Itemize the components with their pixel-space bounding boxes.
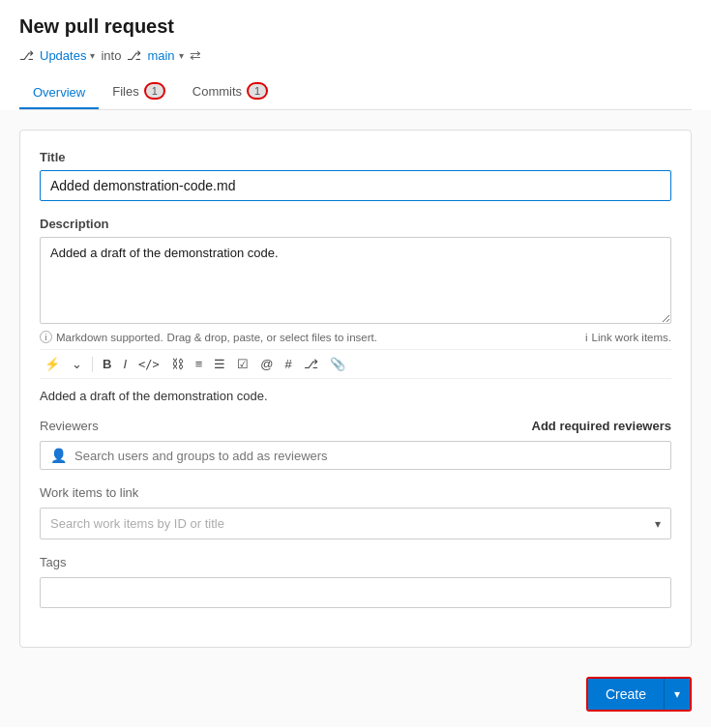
- description-preview: Added a draft of the demonstration code.: [40, 389, 671, 403]
- into-label: into: [101, 48, 121, 63]
- form-section: Title Description Added a draft of the d…: [19, 130, 692, 648]
- create-button-group: Create ▾: [586, 677, 692, 712]
- toolbar-pr-btn[interactable]: ⎇: [299, 354, 323, 374]
- toolbar-hash-btn[interactable]: #: [281, 354, 297, 374]
- description-label: Description: [40, 217, 671, 231]
- drag-drop-text: Drag & drop, paste, or select files to i…: [167, 332, 377, 343]
- source-branch-name: Updates: [40, 48, 86, 63]
- target-branch-name: main: [147, 48, 174, 63]
- source-branch-chevron: ▾: [90, 50, 95, 61]
- link-work-text: Link work items.: [592, 332, 671, 343]
- toolbar-link-btn[interactable]: ⛓: [166, 354, 189, 374]
- tabs-bar: Overview Files 1 Commits 1: [19, 74, 692, 110]
- work-items-label: Work items to link: [40, 485, 671, 500]
- tab-commits-label: Commits: [193, 84, 242, 99]
- reviewers-section: Reviewers Add required reviewers 👤: [40, 419, 671, 470]
- main-content: Title Description Added a draft of the d…: [0, 110, 711, 667]
- editor-toolbar: ⚡ ⌄ B I </> ⛓ ≡ ☰ ☑ @ # ⎇ 📎: [40, 349, 671, 379]
- toolbar-lightning-btn[interactable]: ⚡: [40, 354, 65, 374]
- toolbar-bold-btn[interactable]: B: [98, 354, 116, 374]
- toolbar-task-list-btn[interactable]: ☑: [232, 354, 253, 374]
- git-branch-icon: ⎇: [19, 48, 34, 63]
- markdown-supported-text: Markdown supported.: [56, 332, 163, 343]
- toolbar-mention-btn[interactable]: @: [255, 354, 278, 374]
- work-items-section: Work items to link Search work items by …: [40, 485, 671, 539]
- toolbar-attach-btn[interactable]: 📎: [325, 354, 350, 374]
- work-items-dropdown[interactable]: Search work items by ID or title ▾: [40, 508, 671, 539]
- target-branch-selector[interactable]: main ▾: [147, 48, 183, 63]
- page-title: New pull request: [19, 15, 692, 38]
- markdown-bar: i Markdown supported. Drag & drop, paste…: [40, 331, 671, 343]
- create-dropdown-chevron-icon: ▾: [674, 687, 680, 701]
- reviewers-search-wrapper[interactable]: 👤: [40, 441, 671, 470]
- reviewers-search-input[interactable]: [74, 449, 661, 463]
- branch-bar: ⎇ Updates ▾ into ⎇ main ▾ ⇄: [19, 47, 692, 63]
- info-icon: i: [40, 331, 52, 343]
- target-branch-chevron: ▾: [179, 50, 184, 61]
- work-items-placeholder: Search work items by ID or title: [50, 516, 224, 531]
- toolbar-unordered-list-btn[interactable]: ☰: [209, 354, 230, 374]
- reviewers-label: Reviewers: [40, 419, 99, 433]
- title-input[interactable]: [40, 170, 671, 201]
- link-info-icon: i: [585, 332, 588, 343]
- tab-overview-label: Overview: [33, 85, 85, 100]
- toolbar-code-btn[interactable]: </>: [133, 355, 164, 374]
- tags-label: Tags: [40, 555, 671, 569]
- git-branch-icon-2: ⎇: [127, 48, 141, 63]
- tags-input[interactable]: [40, 577, 671, 608]
- reviewers-header: Reviewers Add required reviewers: [40, 419, 671, 433]
- add-required-reviewers-link[interactable]: Add required reviewers: [532, 419, 672, 433]
- reviewers-search-icon: 👤: [50, 448, 67, 463]
- toolbar-italic-btn[interactable]: I: [118, 354, 132, 374]
- swap-icon[interactable]: ⇄: [190, 47, 201, 63]
- work-items-chevron-icon: ▾: [655, 517, 661, 531]
- title-label: Title: [40, 150, 671, 164]
- description-textarea[interactable]: Added a draft of the demonstration code.: [40, 237, 671, 324]
- tab-files[interactable]: Files 1: [99, 74, 179, 109]
- toolbar-more-btn[interactable]: ⌄: [67, 354, 87, 374]
- source-branch-selector[interactable]: Updates ▾: [40, 48, 95, 63]
- tags-section: Tags: [40, 555, 671, 608]
- create-dropdown-button[interactable]: ▾: [664, 679, 690, 710]
- markdown-info: i Markdown supported. Drag & drop, paste…: [40, 331, 377, 343]
- tab-commits[interactable]: Commits 1: [179, 74, 281, 109]
- footer-bar: Create ▾: [0, 667, 711, 727]
- tab-commits-badge: 1: [247, 82, 268, 100]
- create-button[interactable]: Create: [588, 679, 664, 710]
- toolbar-divider-1: [92, 357, 93, 372]
- toolbar-ordered-list-btn[interactable]: ≡: [191, 354, 208, 374]
- tab-files-label: Files: [112, 84, 138, 99]
- tab-files-badge: 1: [144, 82, 165, 100]
- tab-overview[interactable]: Overview: [19, 77, 99, 109]
- link-work-items[interactable]: i Link work items.: [585, 332, 671, 343]
